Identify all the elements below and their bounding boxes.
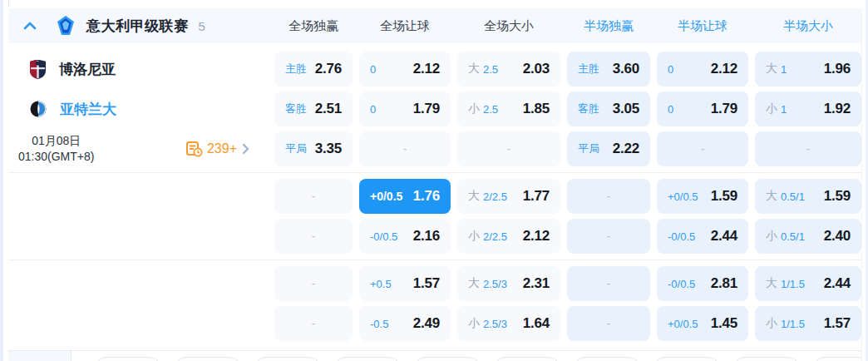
odds-cell[interactable]: -0/0.52.81 bbox=[657, 266, 748, 301]
odds-value: 1.79 bbox=[413, 101, 440, 117]
odds-cell[interactable]: 平局2.22 bbox=[567, 131, 650, 166]
odds-label: +0/0.5 bbox=[668, 190, 698, 203]
handicap-line-value: +0.5 bbox=[370, 278, 392, 290]
column-header-5: 半场大小 bbox=[755, 18, 861, 34]
match-date: 01月08日 bbox=[32, 134, 81, 147]
ou-direction-label: 小 bbox=[468, 101, 480, 116]
handicap-line-value: -0/0.5 bbox=[668, 278, 695, 290]
next-section bbox=[8, 350, 861, 361]
ou-line-value: 1 bbox=[781, 63, 787, 76]
filter-pill[interactable] bbox=[175, 357, 240, 361]
odds-cell[interactable]: -0/0.52.44 bbox=[657, 219, 748, 254]
odds-cell-empty: - bbox=[274, 179, 353, 214]
odds-cell-selected[interactable]: +0/0.51.76 bbox=[359, 179, 451, 214]
odds-cell-empty: - bbox=[567, 306, 650, 341]
filter-pill[interactable] bbox=[734, 357, 799, 361]
match-left-cell bbox=[8, 306, 268, 341]
ou-line-value: 1/1.5 bbox=[781, 278, 805, 290]
odds-cell[interactable]: -0/0.52.16 bbox=[359, 219, 451, 254]
handicap-line-value: +0/0.5 bbox=[370, 190, 402, 203]
outcome-label: 主胜 bbox=[578, 62, 599, 77]
odds-cell[interactable]: 主胜2.76 bbox=[274, 52, 353, 87]
odds-value: 1.79 bbox=[711, 101, 737, 117]
odds-cell-empty: - bbox=[274, 306, 353, 341]
odds-cell[interactable]: 客胜3.05 bbox=[567, 91, 650, 126]
odds-cell[interactable]: 小1/1.51.57 bbox=[755, 306, 861, 341]
ou-line-value: 2/2.5 bbox=[483, 190, 507, 203]
odds-cell[interactable]: 大2/2.51.77 bbox=[457, 179, 560, 214]
markets-count-icon bbox=[186, 141, 203, 157]
odds-row: -+0/0.51.76大2/2.51.77-+0/0.51.59大0.5/11.… bbox=[8, 179, 861, 214]
odds-cell[interactable]: -0.52.49 bbox=[359, 306, 451, 341]
ou-line-value: 2.5 bbox=[483, 103, 498, 116]
odds-cell[interactable]: 01.79 bbox=[657, 91, 748, 126]
odds-cell[interactable]: 小0.5/12.40 bbox=[755, 219, 861, 254]
odds-value: 2.12 bbox=[413, 61, 440, 77]
match-left-cell bbox=[8, 219, 268, 254]
odds-value: 1.77 bbox=[523, 188, 550, 205]
empty-odds-dash: - bbox=[607, 317, 611, 330]
odds-cell[interactable]: 02.12 bbox=[657, 52, 748, 87]
more-markets-link[interactable]: 239+ bbox=[186, 141, 249, 157]
handicap-line-value: 0 bbox=[370, 103, 376, 116]
ou-direction-label: 大 bbox=[468, 189, 480, 204]
ou-direction-label: 小 bbox=[766, 229, 777, 244]
odds-cell[interactable]: +0/0.51.45 bbox=[657, 306, 748, 341]
odds-cell[interactable]: 小2/2.52.12 bbox=[457, 219, 560, 254]
odds-cell[interactable]: 大2.52.03 bbox=[457, 52, 560, 87]
filter-pill[interactable] bbox=[654, 357, 719, 361]
handicap-line-value: 0 bbox=[370, 63, 376, 76]
odds-label: 小2.5 bbox=[468, 101, 498, 116]
odds-value: 2.16 bbox=[413, 228, 440, 245]
filter-pill[interactable] bbox=[575, 357, 639, 361]
odds-label: -0/0.5 bbox=[668, 230, 695, 243]
odds-cell-empty: - bbox=[657, 131, 748, 166]
odds-cell[interactable]: 01.79 bbox=[359, 91, 451, 126]
odds-cell[interactable]: 主胜3.60 bbox=[567, 52, 650, 87]
filter-pill[interactable] bbox=[96, 357, 160, 361]
filter-pill[interactable] bbox=[255, 357, 320, 361]
filter-pill[interactable] bbox=[415, 357, 480, 361]
match-datetime: 01月08日01:30(GMT+8) bbox=[18, 133, 94, 165]
league-header[interactable]: 意大利甲级联赛 5 bbox=[8, 8, 268, 43]
odds-label: +0/0.5 bbox=[370, 190, 402, 203]
odds-row: --0.52.49小2.5/31.64-+0/0.51.45小1/1.51.57 bbox=[8, 306, 861, 341]
ou-direction-label: 小 bbox=[766, 101, 777, 116]
odds-cell[interactable]: 大0.5/11.59 bbox=[755, 179, 861, 214]
team-name: 博洛尼亚 bbox=[59, 60, 116, 79]
outcome-label: 平局 bbox=[285, 141, 307, 156]
odds-value: 3.05 bbox=[613, 101, 639, 117]
odds-value: 2.81 bbox=[711, 275, 737, 292]
odds-cell[interactable]: 平局3.35 bbox=[274, 131, 353, 166]
odds-row: 01月08日01:30(GMT+8)239+平局3.35--平局2.22-- bbox=[8, 131, 861, 166]
odds-label: 小2.5/3 bbox=[468, 316, 507, 331]
odds-cell[interactable]: +0/0.51.59 bbox=[657, 179, 748, 214]
filter-pill[interactable] bbox=[814, 357, 861, 361]
odds-cell[interactable]: 小11.92 bbox=[755, 91, 861, 126]
column-header-3: 半场独赢 bbox=[567, 18, 650, 34]
serie-a-logo bbox=[57, 16, 75, 36]
odds-label: 主胜 bbox=[578, 62, 599, 77]
filter-pill[interactable] bbox=[495, 357, 560, 361]
odds-cell[interactable]: 小2.51.85 bbox=[457, 91, 560, 126]
filter-pill[interactable] bbox=[335, 357, 400, 361]
odds-cell[interactable]: 大11.96 bbox=[755, 52, 861, 87]
team-home[interactable]: 博洛尼亚 bbox=[8, 60, 116, 79]
odds-cell[interactable]: 客胜2.51 bbox=[274, 91, 353, 126]
odds-cell[interactable]: 大2.5/32.31 bbox=[457, 266, 560, 301]
handicap-line-value: -0.5 bbox=[370, 318, 388, 330]
odds-cell[interactable]: 小2.5/31.64 bbox=[457, 306, 560, 341]
odds-value: 2.76 bbox=[315, 61, 342, 77]
team-away[interactable]: 亚特兰大 bbox=[8, 100, 116, 119]
odds-grid: 博洛尼亚主胜2.7602.12大2.52.03主胜3.6002.12大11.96… bbox=[8, 43, 861, 341]
column-header-1: 全场让球 bbox=[359, 18, 451, 34]
odds-label: 大1/1.5 bbox=[766, 276, 805, 291]
odds-cell[interactable]: 大1/1.52.44 bbox=[755, 266, 861, 301]
filter-pills-row bbox=[96, 357, 861, 361]
odds-cell[interactable]: 02.12 bbox=[359, 52, 451, 87]
odds-cell[interactable]: +0.51.57 bbox=[359, 266, 451, 301]
odds-label: 主胜 bbox=[285, 62, 307, 77]
ou-line-value: 1 bbox=[781, 103, 787, 116]
odds-cell-empty: - bbox=[567, 179, 650, 214]
chevron-up-icon[interactable] bbox=[23, 22, 37, 30]
